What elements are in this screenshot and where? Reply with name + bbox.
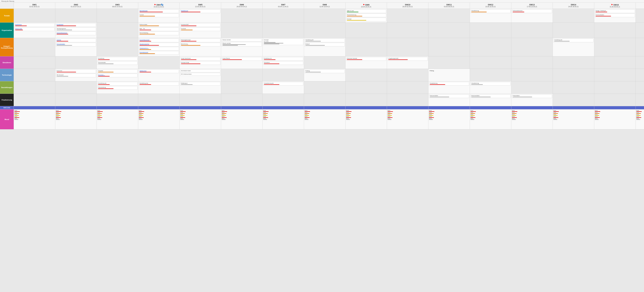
card-eigene-ziele-title[interactable]: Eigene Ziele [15, 28, 54, 29]
card-tragkonzept-title[interactable]: Tragkonzept & ... [140, 48, 178, 49]
card-kundenbrief[interactable]: Kundenbrief [56, 23, 96, 27]
card-nutzwertbewertung-title[interactable]: Nutzwertbewertung [57, 32, 95, 34]
card-kundenbrief-title[interactable]: Kundenbrief [57, 24, 95, 25]
card-vorstellung-sw14[interactable]: Vorstellung der [554, 39, 594, 42]
card-dokumentation-sw12[interactable]: Dokumentation [470, 94, 510, 98]
card-raume-werden[interactable]: Räume werden [222, 42, 262, 46]
card-prasentation[interactable]: Präsentation [512, 94, 552, 98]
organisation-sw2: Kundenbrief Terminprogramm Nutzwertbewer… [55, 23, 97, 38]
card-idc-account[interactable]: IDC Account [56, 74, 96, 77]
card-ifc-schema[interactable]: IFC-Schema testen [180, 73, 220, 76]
card-konzept-script[interactable]: Konzept Script [180, 61, 220, 65]
card-visualisierung-sw7[interactable]: Visualisierung der [263, 82, 303, 86]
card-situationsanalyse-bar [140, 45, 159, 46]
card-bim-methoden[interactable]: BIM Methoden [139, 9, 179, 13]
card-raume-werden-title: Räume werden [222, 43, 261, 44]
card-kontrolle[interactable]: Kontrolle [180, 27, 220, 31]
card-simulieren-sw7[interactable]: Simulieren [263, 61, 303, 65]
card-vorstellung-sw8[interactable]: Vorstellung der [305, 39, 345, 42]
row-simulieren: Simulieren Einstellung Sonnenstudie [0, 56, 644, 69]
card-entscheid[interactable]: Entscheid [56, 70, 96, 73]
card-script-raume[interactable]: Script Räume [222, 57, 262, 61]
card-analyse[interactable]: Analyse [56, 39, 96, 42]
card-berechnung[interactable]: Berechnung ... [180, 43, 220, 46]
technologie-sw14 [553, 69, 594, 81]
card-konzeptbeschrieb[interactable]: Konzeptbeschrieb [139, 39, 179, 42]
card-bim-methoden-title[interactable]: BIM Methoden [140, 10, 178, 11]
card-umgebungsmodel[interactable]: Umgebungsmodel [388, 57, 428, 61]
card-konzeptbeschrieb-title[interactable]: Konzeptbeschrieb [140, 39, 178, 41]
card-situationsanalyse[interactable]: Situationsanalyse [139, 43, 179, 46]
card-uberarbeitung[interactable]: Überarbeitung [97, 86, 138, 90]
finalisierung-sw10 [387, 94, 428, 106]
card-terminprogramm-bar [57, 30, 72, 30]
card-einrichten[interactable]: Einrichten ... [97, 74, 138, 77]
card-analyse-title[interactable]: Analyse [57, 39, 95, 41]
card-darstellung-sw4-bar [140, 84, 151, 85]
card-prufung-sw8[interactable]: Prüfung [305, 70, 345, 73]
card-elementkatalog[interactable]: Elementkatalog ... [139, 32, 179, 35]
card-sonnenstudie[interactable]: Sonnenstudie [97, 61, 138, 65]
card-visualisierung-t12-bar [471, 12, 486, 12]
card-bak-tb[interactable]: BAK - TB [139, 27, 179, 31]
mood-sw1: Mood Mood Mood Mood Mood [14, 109, 55, 129]
card-erstellung-von[interactable]: Erstellung von [263, 57, 303, 61]
card-schlussdokument[interactable]: Schlussdokument [512, 9, 552, 13]
card-konzept-sw7-sub: Mc Script [264, 41, 302, 42]
card-design-thinking[interactable]: Design: Thinking & [595, 9, 635, 13]
bimcollab-sw4 [138, 106, 180, 109]
card-umgebungsmodel-bar [388, 59, 408, 60]
mood-sw4: Mood Mood Mood Mood Mood [138, 109, 180, 129]
card-visualisierung-sw11[interactable]: Visualisierung [429, 82, 469, 86]
card-visualisierung-t12[interactable]: Visualisierung [470, 9, 510, 13]
card-modellierung-title[interactable]: Modellierung [181, 10, 220, 11]
card-uberarbeitung-bar [98, 88, 114, 89]
card-script-geschosse[interactable]: Script Geschosse [180, 57, 220, 61]
card-dokumentation-sw11[interactable]: Dokumentation [429, 94, 469, 98]
card-konzept-t[interactable]: Konzept [346, 18, 386, 21]
card-abklarungen-title[interactable]: Abklärungen [140, 70, 178, 72]
card-parametrisierung-title: Parametrisierung [347, 14, 386, 16]
card-modellierung[interactable]: Modellierung [180, 9, 220, 13]
card-darstellung-sw4[interactable]: Darstellung des [139, 82, 179, 86]
card-agile-lean[interactable]: Agile & Lean [346, 9, 386, 13]
mood-sw8: Mood Mood Mood Mood Mood [304, 109, 346, 129]
card-kontext[interactable]: Kontext [139, 14, 179, 17]
card-daraus-werden[interactable]: Daraus werden [222, 39, 262, 42]
card-nutzungskonzept[interactable]: Nutzungskonzept [180, 39, 220, 42]
darstellungen-sw13 [511, 81, 553, 94]
card-bedurfnisse[interactable]: Bedürfnisse [14, 23, 54, 27]
card-energiekonzept-title[interactable]: Energiekonzept [140, 52, 178, 53]
organisation-sw15 [594, 23, 636, 38]
card-kommunikation[interactable]: Kommunikation [595, 14, 635, 17]
card-eigene-ziele[interactable]: Eigene Ziele [14, 27, 54, 31]
card-einrichten-title[interactable]: Einrichten ... [98, 74, 137, 76]
card-entscheid-variante[interactable]: Entscheid Variante [346, 57, 386, 61]
card-nutzwertbewertung[interactable]: Nutzwertbewertung [56, 32, 96, 35]
testate-sw8 [304, 9, 346, 23]
card-energiekonzept[interactable]: Energiekonzept [139, 51, 179, 55]
card-fernunterladen-title[interactable]: Fernunterladen [57, 43, 95, 45]
card-tragkonzept[interactable]: Tragkonzept & ... [139, 47, 179, 51]
card-bedurfnisse-bar [15, 26, 27, 26]
card-template[interactable]: Template [97, 70, 138, 73]
card-fernunterladen[interactable]: Fernunterladen [56, 43, 96, 46]
card-situationsanalyse-title[interactable]: Situationsanalyse [140, 43, 178, 45]
card-erklarung[interactable]: Erklärung & [180, 82, 220, 86]
card-parametrisierung[interactable]: Parametrisierung [346, 14, 386, 17]
card-bedurfnisse-title[interactable]: Bedürfnisse [15, 24, 54, 25]
card-kontrolle-bap[interactable]: Kontrolle BAP [180, 23, 220, 27]
row-mood: Mood Mood Mood Mood Mood Mood Mood Mood … [0, 109, 644, 129]
card-konzept-sw7[interactable]: Konzept Mc Script [263, 39, 303, 45]
card-einstellung[interactable]: Einstellung [97, 57, 138, 61]
card-terminprogramm[interactable]: Terminprogramm [56, 27, 96, 31]
card-kontrolle-bap-bar [181, 26, 196, 26]
card-archviewer[interactable]: Archviewer testen [180, 70, 220, 72]
card-konzept-t-title: Konzept [347, 18, 386, 20]
card-referenzdatei[interactable]: Referenzdatei [139, 23, 179, 27]
col-header-sw2: SW2 01.03-07.03.21 [55, 3, 97, 9]
card-visualisierung-sw12[interactable]: Visualisierung [470, 82, 510, 86]
card-darstellung-sw3[interactable]: Darstellung der [97, 82, 138, 86]
card-abklarungen[interactable]: Abklärungen [139, 70, 179, 73]
card-entwurf-sw8[interactable]: Entwurf [305, 43, 345, 46]
